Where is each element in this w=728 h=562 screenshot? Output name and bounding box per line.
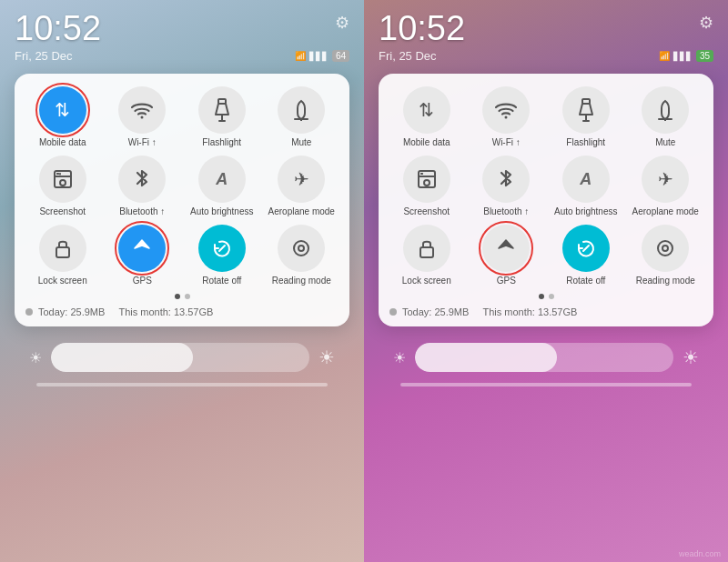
- left-tile-aeroplane[interactable]: ✈ Aeroplane mode: [265, 156, 339, 217]
- right-data-separator: [474, 306, 477, 317]
- left-tile-rotate-off[interactable]: Rotate off: [185, 225, 259, 286]
- left-reading-mode-icon[interactable]: [278, 225, 325, 272]
- svg-point-27: [658, 241, 672, 256]
- left-data-today: Today: 25.9MB: [38, 306, 105, 317]
- left-network-icon: 📶: [295, 51, 306, 61]
- right-wifi-label: Wi-Fi ↑: [492, 137, 521, 148]
- left-bluetooth-label: Bluetooth ↑: [119, 206, 165, 217]
- right-reading-mode-icon[interactable]: [642, 225, 689, 272]
- left-notification-panel: ⇅ Mobile data Wi-Fi ↑: [15, 74, 349, 326]
- left-brightness-container: ☀ ☀: [22, 343, 342, 372]
- right-brightness-container: ☀ ☀: [386, 343, 706, 372]
- right-signal-icon: ▋▋▋: [673, 52, 693, 61]
- right-brightness-track[interactable]: [415, 343, 673, 372]
- right-battery: 35: [696, 50, 713, 62]
- left-tile-mute[interactable]: Mute: [265, 86, 339, 148]
- right-data-dot: [389, 308, 397, 316]
- right-dot-2: [549, 294, 554, 299]
- left-battery: 64: [332, 50, 349, 62]
- left-flashlight-icon[interactable]: [198, 86, 246, 134]
- right-tile-screenshot[interactable]: Screenshot: [389, 156, 464, 217]
- svg-point-8: [60, 180, 66, 186]
- left-aeroplane-label: Aeroplane mode: [268, 206, 335, 217]
- left-brightness-high-icon: ☀: [318, 346, 335, 368]
- left-rotate-off-icon[interactable]: [198, 225, 246, 272]
- left-gps-icon[interactable]: [118, 225, 166, 272]
- left-brightness-fill: [51, 343, 193, 372]
- left-tile-mobile-data[interactable]: ⇅ Mobile data: [25, 86, 100, 148]
- right-panel: 10:52 Fri, 25 Dec 📶 ▋▋▋ 35 ⚙ ⇅ Mobile da…: [364, 0, 728, 562]
- right-data-row: Today: 25.9MB This month: 13.57GB: [389, 305, 703, 317]
- left-settings-icon[interactable]: ⚙: [335, 13, 349, 33]
- left-lock-screen-icon[interactable]: [39, 225, 86, 272]
- left-brightness-track[interactable]: [51, 343, 309, 372]
- right-bluetooth-label: Bluetooth ↑: [483, 206, 529, 217]
- right-tile-mobile-data[interactable]: ⇅ Mobile data: [389, 86, 464, 148]
- svg-point-28: [662, 246, 668, 251]
- right-tile-bluetooth[interactable]: Bluetooth ↑: [470, 156, 544, 217]
- right-gps-label: GPS: [497, 276, 516, 286]
- svg-line-26: [583, 246, 589, 251]
- right-wifi-icon[interactable]: [482, 86, 530, 134]
- left-bluetooth-icon[interactable]: [118, 156, 166, 203]
- left-auto-brightness-icon[interactable]: A: [198, 156, 246, 203]
- right-aeroplane-label: Aeroplane mode: [632, 206, 699, 217]
- right-tile-reading-mode[interactable]: Reading mode: [629, 225, 703, 286]
- right-tile-flashlight[interactable]: Flashlight: [549, 86, 623, 148]
- right-rotate-off-icon[interactable]: [562, 225, 610, 272]
- left-aeroplane-icon[interactable]: ✈: [278, 156, 325, 203]
- svg-point-14: [298, 246, 304, 251]
- left-mobile-data-label: Mobile data: [39, 137, 86, 148]
- left-mobile-data-icon[interactable]: ⇅: [39, 86, 86, 134]
- left-tile-lock-screen[interactable]: Lock screen: [25, 225, 100, 286]
- left-tile-auto-brightness[interactable]: A Auto brightness: [185, 156, 259, 217]
- right-flashlight-label: Flashlight: [566, 137, 605, 148]
- right-screenshot-label: Screenshot: [403, 206, 450, 217]
- right-quick-tiles: ⇅ Mobile data Wi-Fi ↑: [389, 86, 703, 286]
- left-tile-gps[interactable]: GPS: [106, 225, 180, 286]
- svg-point-0: [141, 116, 144, 119]
- left-panel: 10:52 Fri, 25 Dec 📶 ▋▋▋ 64 ⚙ ⇅ Mobile da…: [0, 0, 364, 562]
- svg-rect-1: [218, 99, 226, 104]
- right-mobile-data-icon[interactable]: ⇅: [403, 86, 450, 134]
- left-quick-tiles: ⇅ Mobile data Wi-Fi ↑: [25, 86, 339, 286]
- right-settings-icon[interactable]: ⚙: [699, 13, 713, 33]
- right-mute-icon[interactable]: [642, 86, 689, 134]
- left-data-separator: [110, 306, 113, 317]
- right-auto-brightness-icon[interactable]: A: [562, 156, 610, 203]
- right-gps-icon[interactable]: [482, 225, 530, 272]
- right-tile-auto-brightness[interactable]: A Auto brightness: [549, 156, 623, 217]
- right-lock-screen-label: Lock screen: [402, 276, 451, 286]
- left-tile-flashlight[interactable]: Flashlight: [185, 86, 259, 148]
- left-flashlight-label: Flashlight: [202, 137, 241, 148]
- right-flashlight-icon[interactable]: [562, 86, 610, 134]
- right-tile-lock-screen[interactable]: Lock screen: [389, 225, 464, 286]
- right-screenshot-icon[interactable]: [403, 156, 450, 203]
- right-brightness-high-icon: ☀: [682, 346, 699, 368]
- left-tile-reading-mode[interactable]: Reading mode: [265, 225, 339, 286]
- right-bottom-bar: [400, 383, 692, 386]
- left-data-row: Today: 25.9MB This month: 13.57GB: [25, 305, 339, 317]
- right-tile-gps[interactable]: GPS: [470, 225, 544, 286]
- right-lock-screen-icon[interactable]: [403, 225, 450, 272]
- left-tile-bluetooth[interactable]: Bluetooth ↑: [106, 156, 180, 217]
- left-wifi-icon[interactable]: [118, 86, 166, 134]
- right-tile-mute[interactable]: Mute: [629, 86, 703, 148]
- left-tile-wifi[interactable]: Wi-Fi ↑: [106, 86, 180, 148]
- right-tile-aeroplane[interactable]: ✈ Aeroplane mode: [629, 156, 703, 217]
- right-tile-rotate-off[interactable]: Rotate off: [549, 225, 623, 286]
- right-tile-wifi[interactable]: Wi-Fi ↑: [470, 86, 544, 148]
- svg-point-13: [294, 241, 308, 256]
- right-auto-brightness-label: Auto brightness: [554, 206, 618, 217]
- right-bluetooth-icon[interactable]: [482, 156, 530, 203]
- left-tile-screenshot[interactable]: Screenshot: [25, 156, 100, 217]
- left-signal-icon: ▋▋▋: [309, 52, 329, 61]
- left-brightness-low-icon: ☀: [29, 349, 42, 366]
- right-mobile-data-label: Mobile data: [403, 137, 450, 148]
- left-mute-icon[interactable]: [278, 86, 325, 134]
- svg-rect-25: [420, 247, 433, 257]
- right-aeroplane-icon[interactable]: ✈: [642, 156, 689, 203]
- right-reading-mode-label: Reading mode: [636, 276, 695, 286]
- left-reading-mode-label: Reading mode: [272, 276, 331, 286]
- left-screenshot-icon[interactable]: [39, 156, 86, 203]
